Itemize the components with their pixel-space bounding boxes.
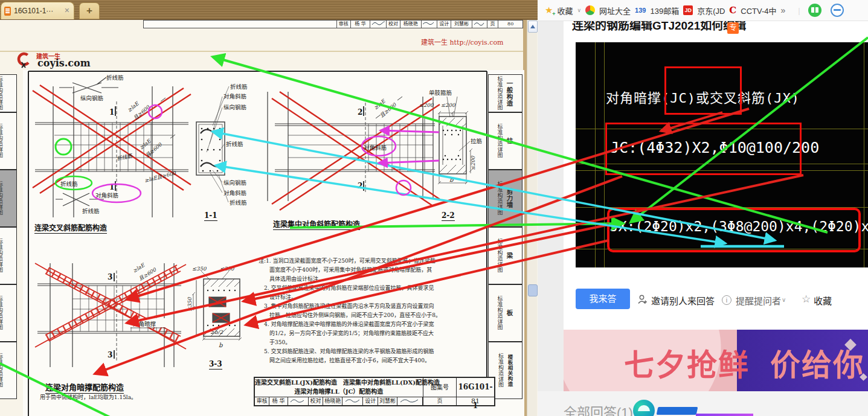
left-pane-scrollbar[interactable] (527, 20, 537, 416)
annotation-box-jx (607, 208, 861, 252)
sheet-tab-shearwall-selected: 标准构造详图剪力墙 (488, 170, 522, 227)
note-line: 面宽度不小于400时，可采用集中对角斜筋配筋或对角暗撑配筋，其 (259, 266, 443, 275)
bookmark-139-mail[interactable]: 139邮箱 (650, 5, 679, 16)
svg-text:折线筋: 折线筋 (106, 74, 124, 81)
chevron-down-icon[interactable]: ∨ (577, 7, 581, 13)
titleblock-cell: 刘慧彬 (451, 21, 472, 28)
svg-text:1: 1 (109, 183, 114, 191)
svg-text:3: 3 (108, 273, 112, 281)
svg-text:纵向钢筋: 纵向钢筋 (223, 104, 246, 110)
svg-text:≥laE: ≥laE (373, 97, 387, 110)
note-line: 4. 对角暗撑配筋连梁中暗撑箍筋的外缘沿梁截面宽度方向不宜小于梁宽 (259, 320, 443, 329)
svg-text:≤200: ≤200 (441, 102, 455, 108)
answer-button[interactable]: 我来答 (576, 289, 630, 309)
sheet-tab-column: 标准构造详图柱 (488, 112, 522, 170)
titleblock-cell: 杨晓艳 (323, 397, 342, 405)
favorite-button[interactable]: 收藏 (814, 294, 832, 307)
cad-grid-line (595, 42, 596, 267)
bookmark-jd[interactable]: 京东(JD (697, 5, 725, 16)
svg-text:且≥600: 且≥600 (132, 104, 151, 121)
fig1-elevation (35, 77, 188, 217)
svg-text:2: 2 (358, 108, 362, 117)
site-watermark-link[interactable]: 建筑一生 http://coyis.com (421, 37, 503, 46)
sheet-tab-category: 一般构造 (506, 80, 515, 107)
scrollbar-thumb[interactable] (528, 284, 538, 296)
sheet-tab-label: 标准构造详图 (0, 238, 4, 273)
fig5-diagonal-braces (35, 263, 186, 349)
svg-text:≤200: ≤200 (419, 102, 434, 108)
titleblock-cell: 杨晓艳 (400, 21, 422, 28)
fig3-elevation (268, 92, 435, 201)
note-line: 的1/2，另一方向不宜小于梁宽的1/5；对角暗撑约束箍筋肢距不应大 (259, 329, 443, 338)
sheet-tab-label: 标准构造详图 (497, 238, 504, 273)
signature-cell (472, 21, 487, 28)
titleblock-page-number: 80 (498, 21, 522, 28)
svg-text:b: b (449, 176, 454, 183)
qixi-ad-banner[interactable]: 七夕抢鲜 价给你 (564, 330, 868, 391)
document-icon (4, 7, 11, 16)
note-line: 具体选用由设计标注。 (259, 275, 443, 284)
titleblock-cell: 审核 (337, 21, 351, 28)
new-tab-button[interactable]: + (79, 2, 100, 19)
titleblock-cell: 杨 华 (269, 397, 288, 405)
sheet-titleblock: 连梁交叉斜筋LL(JX)配筋构造 连梁集中对角斜筋LL(DX)配筋构造 连梁对角… (254, 377, 495, 406)
titleblock-cell: 校对 (309, 397, 323, 405)
remind-asker-button[interactable]: 提醒提问者 (736, 294, 781, 307)
sheet-tab-label: 标准构造详图 (0, 76, 4, 110)
tab-close-icon[interactable]: × (65, 6, 69, 14)
sheet-tab: 标准构造详图 (0, 112, 17, 170)
banner-text-left: 七夕抢鲜 (624, 341, 750, 384)
titleblock-blank-cell (144, 21, 337, 28)
page-label: 页 (423, 397, 456, 405)
sheet-tab: 标准构造详图 (0, 284, 17, 342)
svg-text:且≥600: 且≥600 (138, 266, 158, 282)
coyis-logo[interactable]: 建筑一生 coyis.com (16, 51, 149, 69)
answerer-logo-swirl (633, 400, 655, 416)
chevron-down-icon[interactable]: ∨ (782, 296, 786, 303)
sheet-tab-category: 梁 (506, 252, 515, 259)
sheet-tab-category: 剪力墙 (506, 188, 515, 208)
fig4-rebar-dots (443, 130, 461, 160)
fig4-section-2-2 (425, 97, 472, 184)
favorites-star-icon[interactable]: ★ (545, 5, 553, 16)
jd-icon[interactable]: JD (683, 5, 693, 15)
cctv-icon[interactable]: C (729, 5, 736, 16)
svg-text:对角斜筋: 对角斜筋 (95, 192, 118, 199)
fig6-brace-cross-marks (209, 297, 230, 322)
cad-screenshot-image[interactable]: 对角暗撑(JC)或交叉斜筋(JX) JC:(4Φ32)X2,Φ10@100/20… (576, 42, 868, 267)
sheet-tab-category: 板 (506, 310, 515, 316)
adblock-icon[interactable] (831, 4, 844, 17)
svg-text:折线筋: 折线筋 (230, 199, 247, 206)
invite-answer-button[interactable]: 邀请别人来回答 (651, 294, 715, 307)
svg-text:≥laE: ≥laE (138, 137, 153, 150)
premium-badge: 专 (727, 22, 739, 34)
atlas-number-value: 16G101-1 (456, 378, 494, 397)
reading-mode-icon[interactable] (808, 4, 821, 17)
mail-139-icon[interactable]: 139 (635, 7, 646, 14)
fig5-elevation (37, 263, 181, 367)
site-directory-icon[interactable] (585, 5, 595, 15)
sheet-tab-label: 标准构造详图 (0, 296, 4, 330)
svg-text:折线筋: 折线筋 (116, 153, 133, 162)
page-number: 81 (456, 397, 494, 405)
svg-text:纵向钢筋: 纵向钢筋 (223, 179, 246, 186)
favorites-label[interactable]: 收藏 (557, 5, 573, 16)
label-patch (130, 318, 166, 327)
more-bookmarks-icon[interactable]: » (781, 5, 786, 15)
sheet-tab-beam: 标准构造详图梁 (488, 227, 522, 284)
bookmark-cctv[interactable]: CCTV-4中 (741, 5, 776, 16)
titleblock-cell: 设计 (363, 397, 378, 405)
note-line: 拉筋，拉筋应勾住外侧纵向钢筋，间距不应大于200，直径不应小于8。 (259, 311, 443, 320)
titleblock-title-line2: 连梁对角暗撑LL（JC）配筋构造 (255, 387, 423, 396)
titleblock-cell: 校对 (387, 21, 400, 28)
bookmark-site-directory[interactable]: 网址大全 (599, 5, 631, 16)
scroll-up-button[interactable] (528, 21, 538, 33)
star-outline-icon[interactable]: ☆ (802, 293, 811, 306)
person-plus-icon[interactable] (637, 294, 648, 305)
svg-text:≥laE: ≥laE (132, 261, 147, 274)
fig6-rebar-dots (207, 290, 236, 326)
sheet-tab-label: 标准构造详图 (0, 124, 4, 158)
browser-tab-active[interactable]: 16G101-1··· × (1, 2, 74, 19)
fig2-rebar-dots (201, 128, 221, 172)
signature-cell (342, 397, 363, 405)
